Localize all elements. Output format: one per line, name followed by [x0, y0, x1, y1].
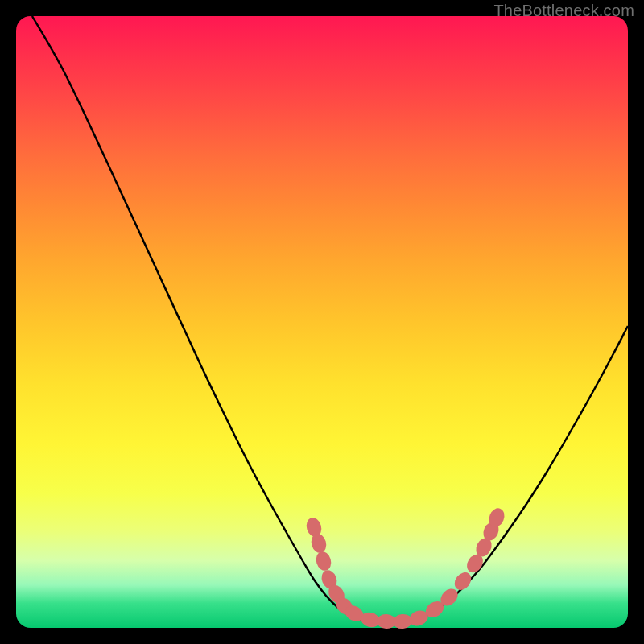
- chart-stage: TheBottleneck.com: [0, 0, 644, 644]
- curve-dot: [314, 550, 333, 572]
- curve-dots-group: [304, 506, 507, 630]
- curve-layer: [16, 16, 628, 628]
- bottleneck-curve: [32, 16, 628, 621]
- watermark-text: TheBottleneck.com: [493, 2, 634, 20]
